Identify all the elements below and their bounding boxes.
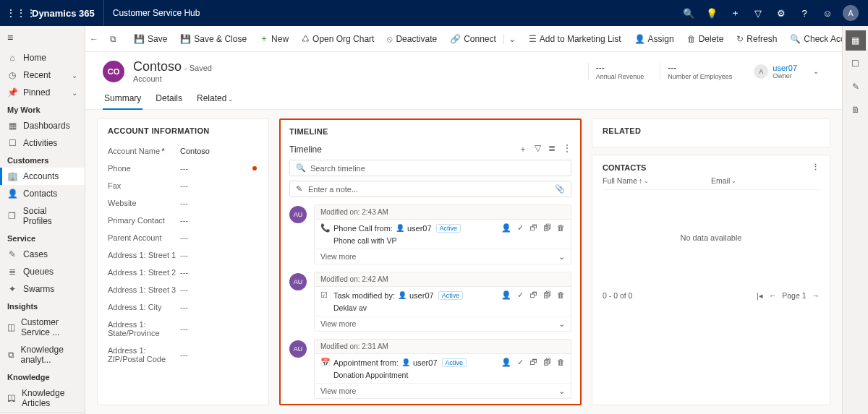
lightbulb-icon[interactable]: 💡 (700, 0, 723, 26)
field-state[interactable]: Address 1: State/Province--- (108, 316, 258, 342)
nav-knowledge-articles[interactable]: 🕮Knowledge Articles (0, 384, 85, 412)
rail-details-icon[interactable]: 🗎 (846, 100, 866, 120)
nav-knowledge-analytics[interactable]: ⧉Knowledge analyt... (0, 341, 85, 368)
field-city[interactable]: Address 1: City--- (108, 298, 258, 316)
delete-icon[interactable]: 🗑 (557, 223, 565, 233)
rail-related-icon[interactable]: ▦ (846, 30, 866, 51)
view-more-button[interactable]: View more⌄ (315, 383, 571, 398)
deactivate-button[interactable]: ⦸Deactivate (381, 31, 443, 47)
refresh-button[interactable]: ↻Refresh (731, 31, 783, 47)
add-marketing-list-button[interactable]: ☰Add to Marketing List (523, 31, 627, 47)
timeline-filter-icon[interactable]: ▽ (535, 143, 541, 155)
field-primary-contact[interactable]: Primary Contact--- (108, 212, 258, 229)
field-street2[interactable]: Address 1: Street 2--- (108, 264, 258, 281)
field-website[interactable]: Website--- (108, 194, 258, 212)
page-prev-icon[interactable]: ← (769, 291, 777, 300)
nav-collapse-icon[interactable]: ≡ (0, 26, 85, 49)
nav-activities[interactable]: ☐Activities (0, 134, 85, 152)
activity-type-icon: 📅 (320, 358, 331, 367)
nav-recent[interactable]: ◷Recent⌄ (0, 66, 85, 84)
timeline-add-icon[interactable]: ＋ (519, 143, 527, 155)
open-record-icon[interactable]: 🗗 (529, 290, 537, 300)
field-fax[interactable]: Fax--- (108, 177, 258, 194)
page-first-icon[interactable]: |◂ (757, 291, 763, 300)
timeline-search[interactable]: 🔍 Search timeline (289, 160, 571, 176)
add-to-queue-icon[interactable]: 🗐 (543, 290, 551, 300)
nav-section-customers: Customers (0, 152, 85, 168)
tab-details[interactable]: Details (154, 89, 184, 109)
activity-user[interactable]: user07 (413, 358, 438, 367)
field-street3[interactable]: Address 1: Street 3--- (108, 281, 258, 298)
nav-accounts[interactable]: 🏢Accounts (0, 168, 85, 185)
activity-user[interactable]: user07 (407, 224, 432, 233)
view-more-button[interactable]: View more⌄ (315, 249, 571, 264)
open-new-window-button[interactable]: ⧉ (104, 31, 122, 47)
close-activity-icon[interactable]: ✓ (517, 358, 524, 367)
new-button[interactable]: ＋New (254, 30, 294, 48)
field-parent-account[interactable]: Parent Account--- (108, 229, 258, 246)
close-activity-icon[interactable]: ✓ (517, 290, 524, 300)
plus-icon: ＋ (260, 33, 268, 45)
assign-icon[interactable]: 👤 (501, 223, 511, 233)
open-record-icon[interactable]: 🗗 (529, 358, 537, 367)
add-to-queue-icon[interactable]: 🗐 (543, 223, 551, 233)
timeline-more-icon[interactable]: ⋮ (563, 143, 571, 155)
delete-icon[interactable]: 🗑 (557, 358, 565, 367)
assign-icon[interactable]: 👤 (501, 290, 511, 300)
contacts-more-icon[interactable]: ⋮ (812, 163, 820, 172)
nav-queues[interactable]: ≣Queues (0, 263, 85, 280)
delete-icon[interactable]: 🗑 (557, 290, 565, 300)
nav-cases[interactable]: ✎Cases (0, 246, 85, 263)
rail-tools-icon[interactable]: ✎ (846, 77, 866, 97)
open-record-icon[interactable]: 🗗 (529, 223, 537, 233)
search-icon: 🔍 (296, 163, 306, 173)
nav-section-mywork: My Work (0, 101, 85, 117)
nav-home[interactable]: ⌂Home (0, 49, 85, 66)
nav-pinned[interactable]: 📌Pinned⌄ (0, 84, 85, 101)
save-button[interactable]: 💾Save (128, 31, 173, 47)
field-zip[interactable]: Address 1: ZIP/Postal Code--- (108, 342, 258, 368)
app-launcher-icon[interactable]: ⋮⋮⋮ (6, 7, 23, 19)
close-activity-icon[interactable]: ✓ (517, 223, 524, 233)
add-icon[interactable]: ＋ (723, 0, 746, 26)
delete-button[interactable]: 🗑Delete (681, 31, 730, 47)
field-street1[interactable]: Address 1: Street 1--- (108, 246, 258, 264)
timeline-sort-icon[interactable]: ≣ (548, 143, 556, 155)
nav-cs-insights[interactable]: ◫Customer Service ... (0, 314, 85, 341)
contacts-grid-header: Full Name↑⌄ Email⌄ (603, 172, 820, 190)
search-icon[interactable]: 🔍 (677, 0, 700, 26)
back-button[interactable]: ← (90, 34, 98, 44)
col-full-name[interactable]: Full Name↑⌄ (603, 176, 711, 185)
feedback-icon[interactable]: ☺ (816, 0, 839, 26)
nav-contacts[interactable]: 👤Contacts (0, 185, 85, 202)
add-to-queue-icon[interactable]: 🗐 (543, 358, 551, 367)
settings-icon[interactable]: ⚙ (770, 0, 793, 26)
save-close-button[interactable]: 💾Save & Close (174, 31, 252, 47)
tab-related[interactable]: Related⌄ (195, 89, 235, 109)
assign-button[interactable]: 👤Assign (629, 31, 680, 47)
tab-summary[interactable]: Summary (103, 89, 142, 109)
filter-icon[interactable]: ▽ (746, 0, 770, 26)
field-phone[interactable]: Phone--- (108, 160, 258, 177)
timeline-note-input[interactable]: ✎ Enter a note... 📎 (289, 181, 571, 197)
col-email[interactable]: Email⌄ (711, 176, 820, 185)
nav-social[interactable]: ❐Social Profiles (0, 202, 85, 230)
help-icon[interactable]: ? (793, 0, 816, 26)
nav-swarms[interactable]: ✦Swarms (0, 280, 85, 298)
connect-button[interactable]: 🔗Connect⌄ (444, 31, 522, 47)
owner-field[interactable]: A user07 Owner ⌄ (748, 64, 825, 79)
form-tabs: Summary Details Related⌄ (85, 83, 842, 110)
attach-icon[interactable]: 📎 (555, 184, 565, 194)
grid-count: 0 - 0 of 0 (603, 291, 632, 300)
open-org-chart-button[interactable]: ♺Open Org Chart (296, 31, 380, 47)
chevron-down-icon: ⌄ (228, 95, 234, 103)
field-account-name[interactable]: Account Name*Contoso (108, 142, 258, 160)
assign-icon[interactable]: 👤 (501, 358, 511, 367)
nav-dashboards[interactable]: ▦Dashboards (0, 117, 85, 134)
view-more-button[interactable]: View more⌄ (315, 316, 571, 331)
activity-user[interactable]: user07 (409, 291, 434, 300)
rail-assistant-icon[interactable]: ☐ (846, 53, 866, 74)
activity-actions: 👤✓🗗🗐🗑 (501, 290, 565, 300)
page-next-icon[interactable]: → (812, 291, 820, 300)
user-avatar[interactable]: A (839, 0, 862, 26)
